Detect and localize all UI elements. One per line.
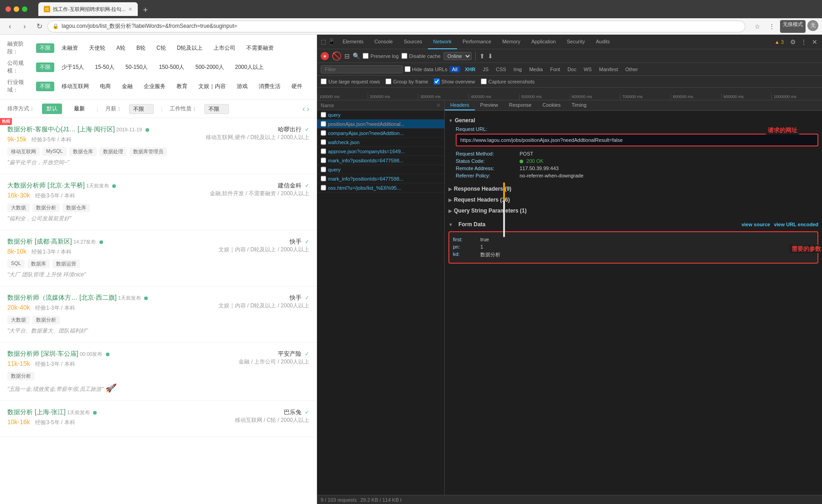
devtools-close-btn[interactable]: ✕ [809,36,820,47]
throttle-select[interactable]: Online [443,52,472,60]
capture-screenshots-option[interactable]: Capture screenshots [481,78,535,84]
detail-tab-timing[interactable]: Timing [566,100,592,110]
view-source-link[interactable]: view source [741,222,770,227]
job-item[interactable]: 热招 数据分析-客服中心(J1… [上海·阅行区] 2019-11-19 9k-… [0,118,317,174]
industry-tag-finance[interactable]: 金融 [118,82,136,91]
devtools-settings-btn[interactable]: ⚙ [787,36,798,47]
job-item[interactable]: 数据分析 [成都·高新区] 14:27发布 8k-10k 经验1-3年 / 本科… [0,230,317,286]
forward-btn[interactable]: › [18,20,31,33]
industry-tag-consumer[interactable]: 消费生活 [255,82,284,91]
tab-close-btn[interactable]: × [129,5,132,13]
salary-select[interactable]: 不限 [129,104,154,114]
tab-memory[interactable]: Memory [497,35,526,49]
tab-application[interactable]: Application [526,35,562,49]
row-checkbox[interactable] [321,148,326,154]
capture-screenshots-checkbox[interactable] [481,78,487,84]
size-tag-over2000[interactable]: 2000人以上 [231,62,267,72]
network-row[interactable]: mark_info?positionIds=6477598... [317,174,444,183]
detail-tab-cookies[interactable]: Cookies [537,100,566,110]
tab-performance[interactable]: Performance [457,35,497,49]
industry-tag-ecom[interactable]: 电商 [96,82,114,91]
close-detail-btn[interactable]: ✕ [436,102,441,109]
funding-tag-none[interactable]: 未融资 [58,43,82,53]
group-frame-option[interactable]: Group by frame [385,78,428,84]
network-row[interactable]: mark_info?positionIds=6477598... [317,156,444,165]
show-overview-option[interactable]: Show overview [434,78,475,84]
tab-console[interactable]: Console [369,35,398,49]
filter-chip-xhr[interactable]: XHR [462,66,478,73]
filter-chip-manifest[interactable]: Manifest [596,66,621,73]
large-rows-option[interactable]: Use large request rows [321,78,380,84]
row-checkbox[interactable] [321,176,326,182]
industry-tag-media[interactable]: 文娱｜内容 [195,82,229,91]
filter-chip-font[interactable]: Font [547,66,563,73]
search-btn[interactable]: 🔍 [353,52,360,59]
tab-sources[interactable]: Sources [398,35,427,49]
row-checkbox[interactable] [321,166,326,172]
filter-chip-ws[interactable]: WS [581,66,594,73]
filter-toggle-btn[interactable]: ⊟ [344,52,350,60]
size-tag-2000[interactable]: 500-2000人 [192,62,228,72]
row-checkbox[interactable] [321,112,326,118]
detail-tab-preview[interactable]: Preview [475,100,504,110]
network-row[interactable]: oss.html?u=/jobs/list_%E6%95... [317,183,444,192]
network-row[interactable]: query [317,165,444,174]
industry-tag-game[interactable]: 游戏 [233,82,251,91]
detail-tab-headers[interactable]: Headers [445,100,475,110]
funding-tag-b[interactable]: B轮 [133,43,149,53]
work-select[interactable]: 不限 [204,104,229,114]
url-bar[interactable]: 🔒 lagou.com/jobs/list_数据分析?labelWords=&f… [47,21,745,32]
network-row[interactable]: query [317,110,444,120]
row-checkbox[interactable] [321,139,326,145]
maximize-traffic-light[interactable] [22,6,27,12]
size-tag-all[interactable]: 不限 [36,62,54,72]
size-tag-150[interactable]: 50-150人 [122,62,151,72]
back-btn[interactable]: ‹ [4,20,16,33]
url-text[interactable]: lagou.com/jobs/list_数据分析?labelWords=&fro… [62,22,237,30]
funding-tag-noneed[interactable]: 不需要融资 [243,43,277,53]
large-rows-checkbox[interactable] [321,78,327,84]
bookmarks-btn[interactable]: ☆ [751,20,764,33]
prev-btn[interactable]: ‹ [302,105,305,113]
disable-cache-label[interactable]: Disable cache [401,53,441,59]
funding-tag-c[interactable]: C轮 [153,43,170,53]
group-frame-checkbox[interactable] [385,78,391,84]
tab-elements[interactable]: Elements [337,35,369,49]
devtools-more-btn[interactable]: ⋮ [798,36,809,47]
industry-tag-enterprise[interactable]: 企业服务 [140,82,169,91]
funding-tag-a[interactable]: A轮 [113,43,129,53]
industry-tag-edu[interactable]: 教育 [173,82,191,91]
profile-avatar[interactable]: 无 [807,20,818,31]
funding-tag-angel[interactable]: 天使轮 [85,43,109,53]
export-btn[interactable]: ⬇ [488,52,493,60]
row-checkbox[interactable] [321,157,326,163]
filter-chip-js[interactable]: JS [480,66,491,73]
sort-default[interactable]: 默认 [42,104,62,114]
browser-tab[interactable]: 找 找工作-互联网招聘求职网-拉勾... × [38,2,138,16]
detail-tab-response[interactable]: Response [504,100,537,110]
industry-tag-all[interactable]: 不限 [36,82,54,91]
size-tag-15[interactable]: 少于15人 [58,62,88,72]
sort-newest[interactable]: 最新 [69,104,89,114]
disable-cache-checkbox[interactable] [401,53,407,59]
job-item[interactable]: 数据分析师（流媒体方… [北京·西二旗] 1天前发布 20k-40k 经验1-3… [0,286,317,343]
new-tab-btn[interactable]: + [140,4,151,16]
job-item[interactable]: 数据分析师 [深圳·车公庙] 00:00发布 11k-15k 经验1-3年 / … [0,343,317,401]
row-checkbox[interactable] [321,121,326,127]
general-section-header[interactable]: ▼ General [448,114,818,125]
filter-chip-media[interactable]: Media [526,66,546,73]
filter-chip-all[interactable]: All [449,66,460,73]
filter-chip-other[interactable]: Other [623,66,641,73]
filter-input[interactable] [321,65,403,73]
extensions-btn[interactable]: ⋮ [765,20,778,33]
network-row[interactable]: companyAjax.json?needAddtion... [317,129,444,138]
hide-data-checkbox[interactable] [405,66,411,72]
tab-audits[interactable]: Audits [590,35,615,49]
minimize-traffic-light[interactable] [14,6,19,12]
view-encoded-link[interactable]: view URL encoded [774,222,818,227]
tab-security[interactable]: Security [561,35,590,49]
row-checkbox[interactable] [321,185,326,191]
record-btn[interactable]: ● [321,52,329,60]
size-tag-50[interactable]: 15-50人 [91,62,118,72]
row-checkbox[interactable] [321,130,326,136]
